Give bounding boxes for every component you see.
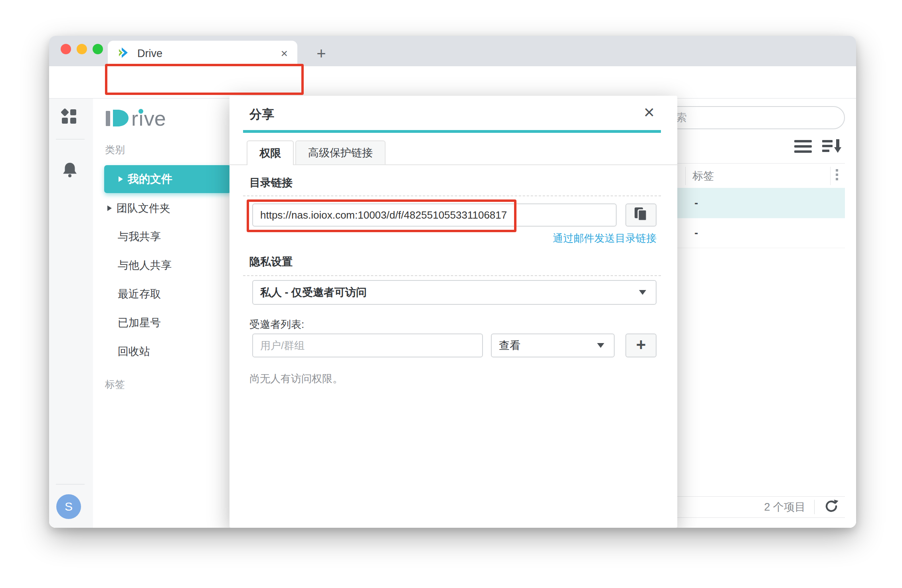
tab-title: Drive [137,47,281,60]
chevron-down-icon [639,290,646,295]
traffic-zoom-button[interactable] [93,44,103,54]
empty-invitee-message: 尚无人有访问权限。 [249,372,343,386]
app-launcher-icon[interactable] [59,107,79,128]
expand-arrow-icon[interactable] [119,176,123,182]
sidebar-tags-label: 标签 [105,378,125,391]
dashed-divider [243,195,661,196]
column-options-icon[interactable] [836,169,838,180]
sidebar: rıve 类别 我的文件 团队文件夹 与我共享 与他人共享 最近存取 已加星号 … [93,99,231,528]
privacy-select[interactable]: 私人 - 仅受邀者可访问 [252,280,657,305]
tab-baseline [229,164,677,165]
status-divider [814,500,815,514]
sidebar-item-starred[interactable]: 已加星号 [118,312,161,334]
refresh-icon[interactable] [823,498,839,516]
send-link-by-email-link[interactable]: 通过邮件发送目录链接 [453,231,657,245]
app-rail: S [49,99,93,528]
sidebar-item-shared-with-others[interactable]: 与他人共享 [118,254,172,276]
logo-text: rıve [131,107,166,130]
tab-advanced-link-protection[interactable]: 高级保护链接 [295,140,386,165]
sort-order-icon[interactable] [822,139,844,156]
permission-select-value: 查看 [499,338,520,353]
drive-logo: rıve [105,107,189,131]
item-count: 2 个项目 [764,500,805,514]
sidebar-item-label: 团队文件夹 [117,201,170,215]
browser-toolbar: https://nas.ioiox.com:10003 ☆ [49,66,856,98]
link-section-title: 目录链接 [249,176,293,190]
search-placeholder-partial: 索 [676,110,687,125]
column-divider [685,167,686,185]
rail-divider-bottom [56,484,85,485]
browser-window: Drive × + https://nas.ioiox.com:10003 ☆ [49,36,856,528]
column-header-tags[interactable]: 标签 [692,164,714,188]
dashed-divider [243,275,661,276]
dialog-accent-bar [243,130,661,133]
dialog-close-icon[interactable]: × [644,103,655,121]
share-dialog: 分享 × 权限 高级保护链接 目录链接 通过邮件发送目录链接 隐私设置 私人 -… [229,96,677,528]
invitee-input[interactable] [252,333,483,357]
drive-favicon-icon [117,46,130,61]
privacy-section-title: 隐私设置 [249,255,293,269]
new-tab-button[interactable]: + [309,41,333,65]
sidebar-item-recent[interactable]: 最近存取 [118,283,161,305]
tag-cell: - [694,197,698,209]
browser-tab[interactable]: Drive × [108,41,297,66]
column-divider [830,167,831,185]
traffic-close-button[interactable] [61,44,71,54]
list-view-icon[interactable] [794,140,813,155]
sidebar-item-recycle-bin[interactable]: 回收站 [118,340,150,363]
sidebar-category-label: 类别 [105,143,125,156]
copy-icon [634,207,648,223]
directory-link-input[interactable] [252,203,617,227]
permission-select[interactable]: 查看 [491,333,615,357]
sidebar-item-team-folder[interactable]: 团队文件夹 [93,196,231,221]
tag-cell: - [694,227,698,239]
sidebar-item-shared-with-me[interactable]: 与我共享 [118,225,161,248]
traffic-minimize-button[interactable] [77,44,87,54]
sidebar-item-my-files[interactable]: 我的文件 [104,165,231,193]
dialog-title: 分享 [249,106,274,123]
privacy-select-value: 私人 - 仅受邀者可访问 [260,285,367,300]
sidebar-item-label: 我的文件 [128,172,172,187]
chevron-down-icon [597,343,604,348]
expand-arrow-icon[interactable] [107,205,112,211]
browser-tabstrip: Drive × + [49,36,856,66]
tab-permissions[interactable]: 权限 [247,140,294,165]
copy-link-button[interactable] [625,203,657,227]
notifications-bell-icon[interactable] [61,161,79,181]
invitee-list-label: 受邀者列表: [249,318,304,331]
user-avatar[interactable]: S [56,494,81,519]
tab-close-icon[interactable]: × [281,47,288,59]
rail-divider [56,139,85,140]
add-invitee-button[interactable]: + [625,333,657,357]
